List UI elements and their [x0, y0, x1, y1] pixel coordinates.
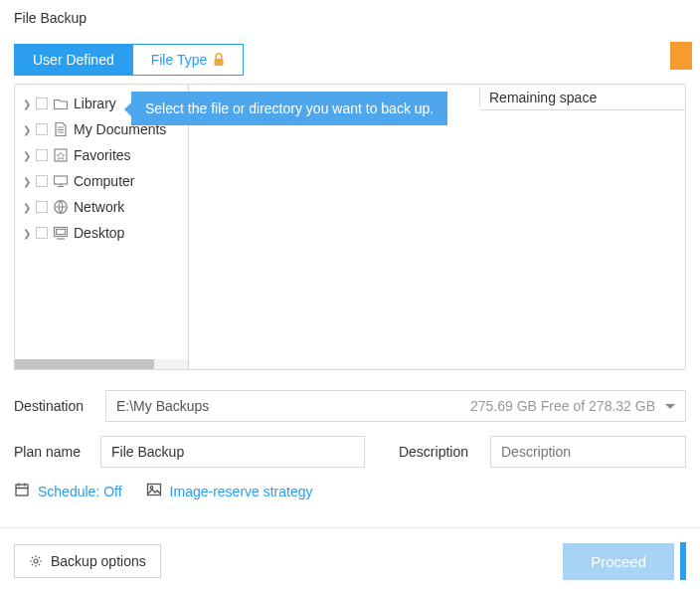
chevron-right-icon: ❯	[23, 228, 31, 239]
tree-item-network[interactable]: ❯ Network	[15, 194, 188, 220]
checkbox[interactable]	[36, 149, 48, 161]
svg-point-8	[150, 487, 153, 490]
tree-item-computer[interactable]: ❯ Computer	[15, 168, 188, 194]
tree-item-label: Favorites	[74, 147, 131, 163]
options-links: Schedule: Off Image-reserve strategy	[14, 482, 686, 500]
source-tree-panel: ❯ Library ❯ My Documents ❯	[15, 85, 189, 369]
column-header-remaining-space: Remaining space	[479, 85, 685, 110]
help-tooltip: Select the file or directory you want to…	[131, 92, 447, 125]
scrollbar-thumb[interactable]	[15, 359, 154, 369]
tree-item-desktop[interactable]: ❯ Desktop	[15, 220, 188, 246]
chevron-right-icon: ❯	[23, 99, 31, 109]
checkbox[interactable]	[36, 201, 48, 213]
footer: Backup options Proceed	[0, 527, 700, 594]
lock-icon	[213, 53, 225, 67]
tree-item-label: Library	[74, 96, 116, 111]
tab-user-defined[interactable]: User Defined	[14, 44, 133, 76]
chevron-right-icon: ❯	[23, 176, 31, 187]
checkbox[interactable]	[36, 123, 48, 135]
destination-label: Destination	[14, 398, 93, 414]
horizontal-scrollbar[interactable]	[15, 359, 188, 369]
svg-point-9	[34, 559, 38, 563]
checkbox[interactable]	[36, 98, 48, 109]
mode-tabs: User Defined File Type	[14, 44, 686, 76]
destination-path: E:\My Backups	[116, 398, 209, 414]
tree-item-label: Network	[74, 199, 124, 215]
gear-icon	[29, 554, 43, 568]
form-area: Destination E:\My Backups 275.69 GB Free…	[14, 390, 686, 468]
chevron-right-icon: ❯	[23, 150, 31, 161]
content-pane: Remaining space	[189, 85, 685, 369]
description-label: Description	[399, 444, 468, 460]
tree-item-label: Computer	[74, 173, 134, 189]
calendar-icon	[14, 482, 30, 500]
description-input[interactable]	[490, 436, 686, 468]
checkbox[interactable]	[36, 175, 48, 187]
strategy-link-label: Image-reserve strategy	[170, 484, 313, 499]
backup-options-button[interactable]: Backup options	[14, 544, 161, 578]
tree-item-favorites[interactable]: ❯ Favorites	[15, 142, 188, 168]
svg-rect-7	[147, 485, 160, 495]
tab-file-type-label: File Type	[151, 52, 208, 68]
plan-name-input[interactable]	[100, 436, 365, 468]
svg-rect-5	[57, 230, 66, 235]
destination-free-space: 275.69 GB Free of 278.32 GB	[470, 398, 655, 414]
backup-options-label: Backup options	[51, 553, 146, 569]
schedule-link-label: Schedule: Off	[38, 484, 122, 499]
plan-name-label: Plan name	[14, 444, 88, 460]
network-icon	[53, 199, 69, 215]
tab-file-type[interactable]: File Type	[133, 44, 245, 76]
proceed-accent[interactable]	[680, 542, 686, 580]
svg-rect-2	[55, 176, 68, 184]
chevron-right-icon: ❯	[23, 202, 31, 213]
proceed-button[interactable]: Proceed	[563, 543, 674, 580]
action-accent-button[interactable]	[670, 42, 692, 70]
chevron-down-icon	[665, 404, 675, 414]
checkbox[interactable]	[36, 227, 48, 239]
schedule-link[interactable]: Schedule: Off	[14, 482, 122, 500]
svg-rect-1	[55, 149, 67, 161]
main-area: ❯ Library ❯ My Documents ❯	[14, 84, 686, 370]
destination-select[interactable]: E:\My Backups 275.69 GB Free of 278.32 G…	[105, 390, 686, 422]
strategy-link[interactable]: Image-reserve strategy	[146, 482, 313, 500]
desktop-icon	[53, 225, 69, 241]
page-title: File Backup	[0, 0, 700, 44]
svg-rect-6	[16, 485, 28, 495]
favorites-icon	[53, 147, 69, 163]
chevron-right-icon: ❯	[23, 124, 31, 135]
computer-icon	[53, 173, 69, 189]
folder-icon	[53, 96, 69, 111]
tree-item-label: Desktop	[74, 225, 124, 241]
svg-rect-0	[215, 59, 224, 66]
document-icon	[53, 121, 69, 137]
image-icon	[146, 482, 162, 500]
